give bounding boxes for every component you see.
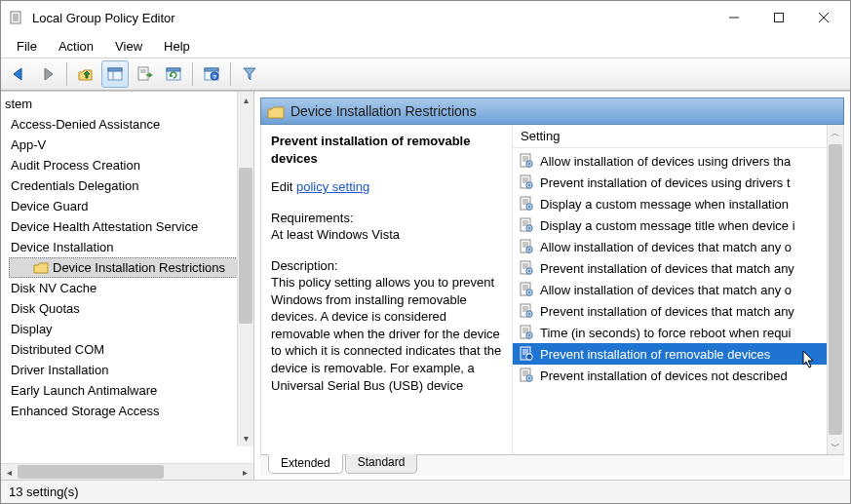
tab-extended[interactable]: Extended xyxy=(268,454,343,474)
scroll-right-arrow-icon[interactable]: ▸ xyxy=(237,464,253,480)
tree-item[interactable]: Driver Installation xyxy=(5,360,253,380)
tree-item[interactable]: Audit Process Creation xyxy=(5,155,253,175)
tree-item[interactable]: Enhanced Storage Access xyxy=(5,401,253,421)
scrollbar-thumb[interactable] xyxy=(18,465,164,479)
svg-rect-10 xyxy=(108,68,122,71)
tree-item-label: Device Health Attestation Service xyxy=(11,219,198,234)
tree-item[interactable]: Disk Quotas xyxy=(5,298,253,319)
tree-item-label: Access-Denied Assistance xyxy=(11,117,160,132)
tree-vertical-scrollbar[interactable]: ▴ ▾ xyxy=(237,92,253,446)
setting-label: Prevent installation of removable device… xyxy=(540,347,770,362)
setting-label: Time (in seconds) to force reboot when r… xyxy=(540,326,791,340)
policy-icon xyxy=(519,260,534,276)
setting-label: Allow installation of devices that match… xyxy=(540,283,792,297)
details-column: Prevent installation of removable device… xyxy=(261,125,513,454)
tree-item-label: Disk NV Cache xyxy=(11,281,97,295)
scroll-up-arrow-icon[interactable]: ︿ xyxy=(828,125,843,141)
setting-label: Display a custom message title when devi… xyxy=(540,218,795,233)
setting-label: Prevent installation of devices that mat… xyxy=(540,304,794,319)
settings-header[interactable]: Setting xyxy=(513,125,843,148)
tree-item-label: Credentials Delegation xyxy=(11,178,139,193)
tree-item[interactable]: Disk NV Cache xyxy=(5,278,253,298)
tree-item-label: Early Launch Antimalware xyxy=(11,383,157,398)
settings-column: Setting Allow installation of devices us… xyxy=(513,125,843,454)
up-button[interactable] xyxy=(72,60,99,88)
policy-icon xyxy=(519,325,534,340)
tree-item[interactable]: Device Installation xyxy=(5,237,253,257)
tree-item-label: Driver Installation xyxy=(11,363,108,377)
requirements-value: At least Windows Vista xyxy=(271,226,502,244)
forward-button[interactable] xyxy=(34,60,61,88)
help-button[interactable]: ? xyxy=(198,60,225,88)
setting-label: Allow installation of devices that match… xyxy=(540,240,792,254)
edit-policy-link[interactable]: policy setting xyxy=(296,179,369,194)
tree-horizontal-scrollbar[interactable]: ◂ ▸ xyxy=(1,463,253,480)
tree-item-label: Device Installation xyxy=(11,240,114,254)
tab-standard[interactable]: Standard xyxy=(345,454,418,474)
tree-item[interactable]: Access-Denied Assistance xyxy=(5,114,253,135)
tree-item[interactable]: Credentials Delegation xyxy=(5,175,253,196)
tree-item[interactable]: stem xyxy=(5,94,253,114)
description-label: Description: xyxy=(271,257,502,275)
show-hide-tree-button[interactable] xyxy=(101,60,129,88)
window-controls xyxy=(712,3,846,32)
tree-item-label: App-V xyxy=(11,137,46,152)
title-bar: Local Group Policy Editor xyxy=(1,1,850,34)
tree-item[interactable]: Device Health Attestation Service xyxy=(5,216,253,237)
toolbar-separator xyxy=(192,62,193,86)
svg-rect-16 xyxy=(167,68,180,71)
export-list-button[interactable] xyxy=(131,60,158,88)
settings-vertical-scrollbar[interactable]: ︿ ﹀ xyxy=(827,125,843,454)
category-header: Device Installation Restrictions xyxy=(260,97,844,125)
edit-prefix: Edit xyxy=(271,179,296,194)
filter-button[interactable] xyxy=(236,60,263,88)
menu-help[interactable]: Help xyxy=(154,37,200,56)
scrollbar-thumb[interactable] xyxy=(829,144,842,435)
setting-row-selected[interactable]: Prevent installation of removable device… xyxy=(513,343,843,365)
setting-row[interactable]: Allow installation of devices that match… xyxy=(513,236,843,257)
requirements-label: Requirements: xyxy=(271,210,502,227)
tree-item-selected[interactable]: Device Installation Restrictions xyxy=(9,257,240,278)
setting-label: Display a custom message when installati… xyxy=(540,197,789,212)
setting-row[interactable]: Time (in seconds) to force reboot when r… xyxy=(513,322,843,343)
menu-file[interactable]: File xyxy=(7,37,47,56)
setting-row[interactable]: Prevent installation of devices that mat… xyxy=(513,300,843,322)
setting-row[interactable]: Display a custom message title when devi… xyxy=(513,214,843,236)
refresh-button[interactable] xyxy=(160,60,187,88)
setting-row[interactable]: Prevent installation of devices that mat… xyxy=(513,257,843,279)
maximize-button[interactable] xyxy=(756,3,801,32)
view-tabs: Extended Standard xyxy=(260,454,844,476)
policy-icon xyxy=(519,153,534,169)
setting-row[interactable]: Prevent installation of devices using dr… xyxy=(513,172,843,193)
tree-item[interactable]: Early Launch Antimalware xyxy=(5,380,253,401)
scroll-down-arrow-icon[interactable]: ﹀ xyxy=(828,438,843,454)
menu-action[interactable]: Action xyxy=(49,37,103,56)
menu-view[interactable]: View xyxy=(105,37,152,56)
main-area: stemAccess-Denied AssistanceApp-VAudit P… xyxy=(1,91,850,480)
tree-item-label: Device Guard xyxy=(11,199,88,213)
svg-rect-6 xyxy=(775,14,784,22)
scroll-down-arrow-icon[interactable]: ▾ xyxy=(238,430,253,446)
tree-item[interactable]: Device Guard xyxy=(5,196,253,216)
scroll-left-arrow-icon[interactable]: ◂ xyxy=(1,464,18,480)
minimize-button[interactable] xyxy=(712,3,756,32)
tree-item[interactable]: Display xyxy=(5,319,253,339)
toolbar: ? xyxy=(1,58,850,91)
tree-item-label: Disk Quotas xyxy=(11,301,80,316)
tree-item[interactable]: Distributed COM xyxy=(5,339,253,360)
policy-icon xyxy=(519,217,534,233)
setting-row[interactable]: Allow installation of devices using driv… xyxy=(513,150,843,172)
scroll-up-arrow-icon[interactable]: ▴ xyxy=(238,92,253,108)
tree-item-label: Audit Process Creation xyxy=(11,158,140,173)
close-button[interactable] xyxy=(801,3,846,32)
content-body: Prevent installation of removable device… xyxy=(260,125,844,454)
setting-row[interactable]: Display a custom message when installati… xyxy=(513,193,843,214)
setting-row[interactable]: Prevent installation of devices not desc… xyxy=(513,365,843,386)
scrollbar-thumb[interactable] xyxy=(239,168,252,324)
tree-scroll[interactable]: stemAccess-Denied AssistanceApp-VAudit P… xyxy=(1,92,253,463)
setting-row[interactable]: Allow installation of devices that match… xyxy=(513,279,843,300)
tree-item[interactable]: App-V xyxy=(5,135,253,155)
back-button[interactable] xyxy=(5,60,32,88)
setting-label: Prevent installation of devices not desc… xyxy=(540,368,788,383)
svg-rect-12 xyxy=(138,67,148,80)
